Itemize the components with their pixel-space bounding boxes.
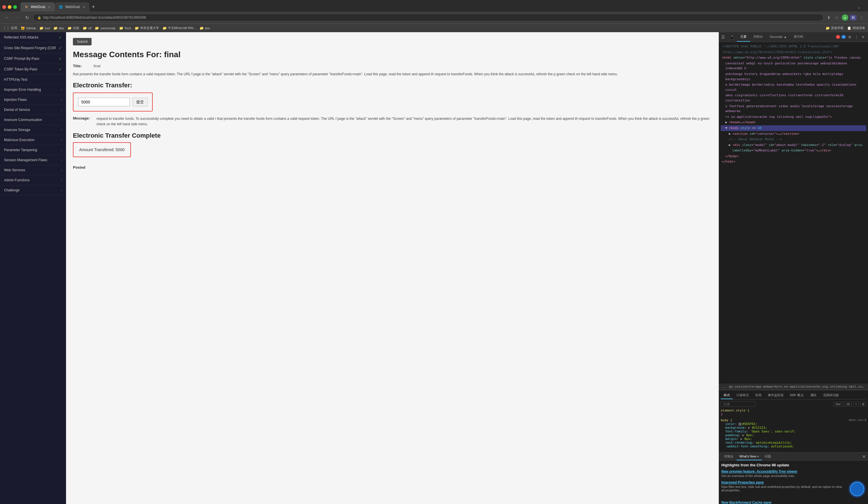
transfer-submit-button[interactable]: 提交 [133,98,147,106]
body-prop-bg: background: ▶ #212121; [721,426,866,430]
back-button[interactable]: ← [3,14,11,21]
sidebar-item-denial-of-service[interactable]: Denial of Service › [0,105,66,115]
styles-filter-input[interactable] [721,401,755,407]
devtools-tab-console[interactable]: 控制台 [750,32,766,42]
devtools-tab-recorder[interactable]: Recorder ▲ [766,33,790,41]
bookmark-reader[interactable]: 📋 阅读清单 [847,26,865,30]
devtools-close-btn[interactable]: ✕ [860,34,866,40]
window-controls [2,5,17,9]
pseudo-cls-btn[interactable]: .cls [844,402,852,406]
styles-tab-dom-breakpoints[interactable]: DOM 断点 [787,392,807,399]
news-item-accessibility[interactable]: New preview feature: Accessibility Tree … [721,470,866,477]
sidebar-item-injection-flaws[interactable]: Injection Flaws › [0,95,66,105]
tab-1[interactable]: 🐐 WebGoat ✕ [20,2,55,11]
console-tab-issues[interactable]: 问题 [762,453,774,460]
sidebar-item-param-tampering[interactable]: Parameter Tampering › [0,145,66,155]
bookmark-button[interactable]: ☆ [834,15,840,20]
console-tab-whats-new[interactable]: What's New × [736,453,762,460]
bookmark-tool[interactable]: 📁 tool [39,26,50,30]
bookmark-minecraft[interactable]: 📁 中文Minecraft Wik... [163,26,196,30]
sidebar-item-challenge[interactable]: Challenge › [0,185,66,195]
tab-2[interactable]: 🌐 WebGoat ✕ [55,2,89,11]
menu-button[interactable]: ⋮ [858,15,865,20]
sidebar-item-malicious-exec[interactable]: Malicious Execution › [0,135,66,145]
sidebar-item-httponly[interactable]: HTTPOnly Test [0,75,66,85]
tab-2-close[interactable]: ✕ [82,5,85,9]
sidebar-item-csrf[interactable]: Cross Site Request Forgery (CSR ✓ [0,43,66,53]
devtools-tab-elements[interactable]: 元素 [737,32,750,42]
html-classes-6: rs no-applicationcache svg inlinesvg smi… [721,114,866,120]
tab-1-close[interactable]: ✕ [48,5,51,9]
expand-padding-icon[interactable]: ▶ [743,433,745,437]
pseudo-hov-btn[interactable]: :hov [833,402,843,406]
sidebar-item-session-mgmt[interactable]: Session Management Flaws › [0,155,66,165]
devtools-tab-sources[interactable]: 源代码 [790,32,807,42]
bookmark-ctf-label: ctf [88,27,92,30]
address-bar[interactable]: 🔒 http://localhost:8080/WebGoat/start.mv… [33,14,824,21]
message-label: Message: [73,116,93,127]
expand-bg-icon[interactable]: ▶ [748,426,750,430]
extensions-button[interactable]: ● [842,14,848,21]
forward-button[interactable]: → [13,14,21,21]
devtools-settings-btn[interactable]: ⚙ [847,34,852,40]
sidebar-item-insecure-comm[interactable]: Insecure Communication › [0,115,66,125]
bookmark-apps[interactable]: ⋮⋮ 应用 [3,26,17,30]
sidebar-item-csrf-prompt[interactable]: CSRF Prompt By-Pass ✓ [0,53,66,64]
reload-button[interactable]: ↻ [23,14,31,21]
arrow-icon-denial-of-service: › [61,108,62,111]
share-button[interactable]: ⬆ [826,15,832,20]
news-item-properties[interactable]: Improved Properties pane New filter text… [721,481,866,498]
body-line[interactable]: ▼ <body style == $0 [721,125,866,131]
profile-button[interactable]: 韩 [850,15,857,20]
news-link-back-forward[interactable]: New Back/forward Cache pane [721,501,866,504]
sidebar-item-insecure-storage[interactable]: Insecure Storage › [0,125,66,135]
sidebar-item-csrf-token[interactable]: CSRF Token By-Pass ✓ [0,64,66,75]
console-close-btn[interactable]: ✕ [862,454,866,459]
maximize-window-btn[interactable] [13,5,17,9]
main-layout: Reflected XSS Attacks ✓ Cross Site Reque… [0,32,868,504]
console-tab-console[interactable]: 控制台 [721,453,736,460]
transfer-amount-input[interactable] [78,98,130,106]
bookmark-bbs[interactable]: 📁 bbs [53,26,64,30]
bookmark-other[interactable]: 📁 其他书签 [826,26,844,30]
bookmark-github[interactable]: 🐱 GitHub [21,26,36,30]
news-link-accessibility[interactable]: New preview feature: Accessibility Tree … [721,470,866,474]
bookmark-community[interactable]: 📁 community [95,26,115,30]
news-link-properties[interactable]: Improved Properties pane [721,481,846,484]
sidebar-item-reflected-xss[interactable]: Reflected XSS Attacks ✓ [0,32,66,43]
bookmark-ctf[interactable]: 📁 ctf [83,26,92,30]
pseudo-grid-btn[interactable]: ⊞ [860,402,866,406]
devtools-inspect-btn[interactable]: ☰ [719,33,727,41]
sidebar-item-improper-error[interactable]: Improper Error Handling › [0,85,66,95]
sidebar-item-web-services[interactable]: Web Services › [0,165,66,175]
minimize-window-btn[interactable] [8,5,11,9]
styles-tab-event-listeners[interactable]: 事件监听器 [765,392,786,399]
styles-tab-computed[interactable]: 计算样式 [733,392,752,399]
styles-tab-styles[interactable]: 样式 [721,392,733,399]
error-count: 1 [837,36,839,39]
styles-tab-layout[interactable]: 布局 [752,392,764,399]
news-thumb-inner [850,482,864,496]
devtools-device-btn[interactable]: 📱 [727,33,737,41]
bookmark-compare[interactable]: 📁 比较 [68,26,79,30]
styles-tab-accessibility[interactable]: 无障碍功能 [820,392,841,399]
bookmark-jtu[interactable]: 📁 华东交通大学 [135,26,159,30]
new-tab-button[interactable]: + [90,3,97,11]
devtools-more-btn[interactable]: ⋮ [854,34,859,40]
bookmark-tech[interactable]: 📁 Tech [119,26,131,30]
page-title: Message Contents For: final [73,50,712,59]
head-line[interactable]: ▶ <head>…</head> [721,120,866,125]
breadcrumb-text[interactable]: ... ge.sessionstorage.webworkers.no-appl… [721,385,868,389]
minimize-browser-btn[interactable]: ⌵ [856,4,862,10]
sidebar-item-admin-functions[interactable]: Admin Functions › [0,175,66,185]
submit-button[interactable]: Submit [73,38,92,46]
bookmark-doc[interactable]: 📁 doc [199,26,210,30]
pseudo-add-btn[interactable]: + [853,402,859,406]
section-container-line[interactable]: ▶ <section id="container">…</section> [721,131,866,137]
close-window-btn[interactable] [2,5,6,9]
html-tag-line[interactable]: <html xmlns="http://www.w3.org/1999/xhtm… [721,55,866,61]
expand-margin-icon[interactable]: ▶ [741,437,743,441]
modal-div-line[interactable]: ▶ <div class="modal" id="about-modal" ta… [721,142,866,148]
styles-tab-properties[interactable]: 属性 [807,392,819,399]
news-item-back-forward[interactable]: New Back/forward Cache pane [721,501,866,504]
